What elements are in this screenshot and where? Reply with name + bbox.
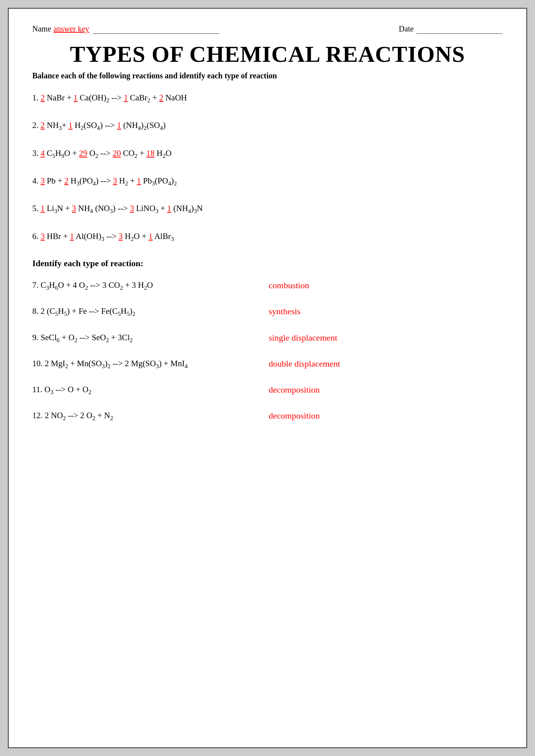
problem-2-ans3: 1: [117, 120, 121, 130]
date-underline: [416, 24, 503, 34]
problem-5: 5. 1 Li3N + 3 NH4 (NO3) --> 3 LiNO3 + 1 …: [32, 203, 503, 215]
problem-6-ans4: 1: [149, 232, 153, 241]
problem-3-text2: O2 -->: [89, 148, 113, 158]
identify-equation-12: 12. 2 NO2 --> 2 O2 + N2: [32, 411, 221, 422]
problem-1-ans1: 2: [41, 93, 45, 102]
problem-1-text1: NaBr +: [47, 93, 74, 102]
page-title: TYPES OF CHEMICAL REACTIONS: [32, 41, 503, 67]
problem-2-ans2: 1: [69, 120, 73, 130]
identify-problem-11: 11. O3 --> O + O2 decomposition: [32, 385, 503, 396]
problem-6-ans2: 1: [70, 232, 74, 241]
problem-4-ans4: 1: [137, 176, 141, 185]
problem-5-ans3: 3: [130, 204, 134, 213]
identify-answer-10: double displacement: [269, 359, 340, 369]
problem-3-text3: CO2 +: [123, 148, 146, 158]
date-label: Date: [399, 24, 414, 33]
problem-4-ans3: 3: [113, 176, 117, 185]
problem-4-text3: H2 +: [119, 176, 137, 185]
problem-1-number: 1.: [32, 93, 41, 102]
identify-equation-8: 8. 2 (C5H5) + Fe --> Fe(C5H5)2: [32, 306, 221, 317]
problem-2-ans1: 2: [41, 120, 45, 130]
problem-2-text2: H2(SO4) -->: [75, 120, 117, 130]
problem-1-text2: Ca(OH)2 -->: [80, 93, 124, 102]
identify-answer-8: synthesis: [269, 306, 301, 317]
problem-3-ans2: 29: [79, 148, 87, 158]
problem-3-ans4: 18: [146, 148, 154, 158]
problem-1-text3: CaBr2 +: [130, 93, 159, 102]
problem-4: 4. 3 Pb + 2 H3(PO4) --> 3 H2 + 1 Pb3(PO4…: [32, 175, 503, 188]
problem-4-ans1: 3: [41, 176, 45, 185]
problem-1-text4: NaOH: [165, 93, 187, 102]
page-subtitle: Balance each of the following reactions …: [32, 71, 503, 80]
problem-2-number: 2.: [32, 120, 41, 130]
problem-6-text4: AlBr3: [154, 232, 174, 241]
problem-2: 2. 2 NH3+ 1 H2(SO4) --> 1 (NH4)2(SO4): [32, 120, 503, 132]
identify-8-number: 8. 2 (C5H5) + Fe --> Fe(C5H5)2: [32, 306, 136, 316]
identify-answer-11: decomposition: [269, 385, 320, 395]
problem-6-text1: HBr +: [47, 232, 70, 241]
problem-3-number: 3.: [32, 148, 41, 158]
problem-1-ans3: 1: [124, 93, 128, 102]
problem-4-number: 4.: [32, 176, 41, 185]
header: Name answer key Date: [32, 24, 503, 34]
identify-equation-11: 11. O3 --> O + O2: [32, 385, 221, 396]
problem-4-text4: Pb3(PO4)2: [143, 176, 177, 185]
identify-10-number: 10. 2 MgI2 + Mn(SO3)2 --> 2 Mg(SO3) + Mn…: [32, 359, 188, 368]
problem-6-ans1: 3: [41, 232, 45, 241]
name-underline: [93, 24, 219, 34]
problem-5-text3: LiNO3 +: [136, 204, 167, 213]
identify-problem-7: 7. C3H6O + 4 O2 --> 3 CO2 + 3 H2O combus…: [32, 280, 503, 291]
identify-answer-7: combustion: [269, 280, 309, 291]
identify-7-number: 7. C3H6O + 4 O2 --> 3 CO2 + 3 H2O: [32, 280, 153, 290]
problem-2-text1: NH3+: [47, 120, 69, 130]
problem-6-number: 6.: [32, 232, 41, 241]
identify-equation-9: 9. SeCl6 + O2 --> SeO2 + 3Cl2: [32, 333, 221, 344]
problem-3-ans3: 20: [113, 148, 121, 158]
problem-6-text3: H2O +: [125, 232, 149, 241]
problem-4-text1: Pb +: [47, 176, 65, 185]
identify-problem-12: 12. 2 NO2 --> 2 O2 + N2 decomposition: [32, 411, 503, 422]
problem-6-ans3: 3: [119, 232, 123, 241]
problem-2-text3: (NH4)2(SO4): [123, 120, 166, 130]
identify-section-title: Identify each type of reaction:: [32, 258, 503, 269]
problem-5-ans4: 1: [167, 204, 171, 213]
problem-4-text2: H3(PO4) -->: [71, 176, 113, 185]
identify-12-number: 12. 2 NO2 --> 2 O2 + N2: [32, 411, 113, 420]
problem-3-ans1: 4: [41, 148, 45, 158]
identify-answer-9: single displacement: [269, 333, 337, 343]
name-label: Name: [32, 24, 51, 33]
identify-9-number: 9. SeCl6 + O2 --> SeO2 + 3Cl2: [32, 333, 133, 342]
problem-5-number: 5.: [32, 204, 41, 213]
answer-key: answer key: [54, 24, 89, 33]
problem-1: 1. 2 NaBr + 1 Ca(OH)2 --> 1 CaBr2 + 2 Na…: [32, 92, 503, 105]
identify-problem-9: 9. SeCl6 + O2 --> SeO2 + 3Cl2 single dis…: [32, 333, 503, 344]
problem-3: 3. 4 C5H9O + 29 O2 --> 20 CO2 + 18 H2O: [32, 148, 503, 160]
problem-4-ans2: 2: [64, 176, 69, 185]
problem-5-ans2: 3: [72, 204, 76, 213]
problem-1-ans4: 2: [159, 93, 163, 102]
problem-1-ans2: 1: [74, 93, 78, 102]
identify-11-number: 11. O3 --> O + O2: [32, 385, 91, 394]
page: Name answer key Date TYPES OF CHEMICAL R…: [8, 8, 527, 748]
identify-equation-7: 7. C3H6O + 4 O2 --> 3 CO2 + 3 H2O: [32, 280, 221, 291]
problem-3-text1: C5H9O +: [47, 148, 79, 158]
problem-5-ans1: 1: [41, 204, 45, 213]
name-section: Name answer key: [32, 24, 219, 34]
problem-6-text2: Al(OH)3 -->: [76, 232, 119, 241]
problem-5-text1: Li3N +: [47, 204, 72, 213]
identify-problem-10: 10. 2 MgI2 + Mn(SO3)2 --> 2 Mg(SO3) + Mn…: [32, 359, 503, 370]
identify-equation-10: 10. 2 MgI2 + Mn(SO3)2 --> 2 Mg(SO3) + Mn…: [32, 359, 221, 370]
identify-answer-12: decomposition: [269, 411, 320, 421]
problem-3-text4: H2O: [157, 148, 172, 158]
problem-5-text2: NH4 (NO3) -->: [78, 204, 130, 213]
problem-5-text4: (NH4)3N: [173, 204, 203, 213]
date-section: Date: [399, 24, 503, 34]
problem-6: 6. 3 HBr + 1 Al(OH)3 --> 3 H2O + 1 AlBr3: [32, 231, 503, 243]
identify-problem-8: 8. 2 (C5H5) + Fe --> Fe(C5H5)2 synthesis: [32, 306, 503, 317]
